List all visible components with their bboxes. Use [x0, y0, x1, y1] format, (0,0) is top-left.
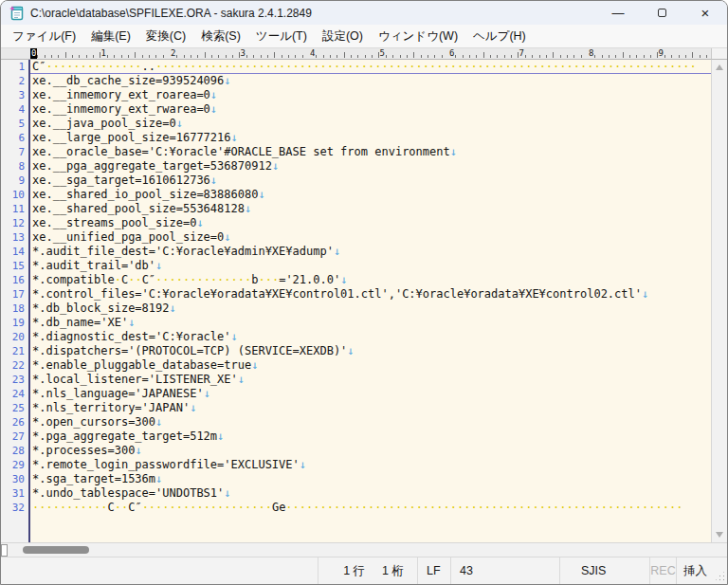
line-content: xe.__inmemory_ext_rwarea=0↓ — [28, 102, 217, 117]
line-content: *.pga_aggregate_target=512m↓ — [28, 430, 224, 444]
editor-line[interactable]: 7xe.__oracle_base='C:¥oracle'#ORACLE_BAS… — [1, 145, 711, 159]
status-message — [1, 558, 318, 584]
menu-item-6[interactable]: ウィンドウ(W) — [371, 26, 465, 47]
editor-line[interactable]: 29*.remote_login_passwordfile='EXCLUSIVE… — [1, 458, 711, 472]
line-content: *.remote_login_passwordfile='EXCLUSIVE'↓ — [28, 458, 306, 472]
line-content: *.diagnostic_dest='C:¥oracle'↓ — [28, 330, 238, 344]
editor-line[interactable]: 25*.nls_territory='JAPAN'↓ — [1, 401, 711, 415]
editor-line[interactable]: 31*.undo_tablespace='UNDOTBS1'↓ — [1, 486, 711, 501]
editor-line[interactable]: 13xe.__unified_pga_pool_size=0↓ — [1, 230, 711, 245]
close-button[interactable]: × — [683, 1, 727, 25]
line-content: xe.__large_pool_size=16777216↓ — [28, 131, 238, 145]
editor-line[interactable]: 23*.local_listener='LISTENER_XE'↓ — [1, 373, 711, 387]
editor-line[interactable]: 8xe.__pga_aggregate_target=536870912↓ — [1, 159, 711, 174]
editor-line[interactable]: 30*.sga_target=1536m↓ — [1, 472, 711, 486]
ruler-number: 8 — [588, 48, 594, 59]
horizontal-scrollbar[interactable] — [1, 542, 727, 557]
line-content: xe.__oracle_base='C:¥oracle'#ORACLE_BASE… — [28, 145, 457, 159]
window-title: C:\oracle\database\SPFILEXE.ORA - sakura… — [30, 7, 312, 20]
eol-mark-icon: ↓ — [128, 316, 135, 329]
scroll-up-icon[interactable] — [716, 64, 723, 70]
editor-line[interactable]: 14*.audit_file_dest='C:¥oracle¥admin¥XE¥… — [1, 245, 711, 259]
line-content: xe.__streams_pool_size=0↓ — [28, 216, 204, 230]
text-segment: xe.__unified_pga_pool_size=0 — [32, 230, 224, 244]
editor-line[interactable]: 32···········C··C″···················Ge·… — [1, 501, 711, 515]
split-handle[interactable] — [1, 544, 8, 557]
horizontal-scroll-thumb[interactable] — [23, 546, 89, 554]
ruler-number: 2 — [170, 48, 176, 59]
eol-mark-icon: ↓ — [210, 174, 217, 187]
editor-line[interactable]: 5xe.__java_pool_size=0↓ — [1, 117, 711, 131]
line-content: *.control_files='C:¥oracle¥oradata¥XE¥co… — [28, 287, 648, 302]
editor-line[interactable]: 21*.dispatchers='(PROTOCOL=TCP) (SERVICE… — [1, 344, 711, 358]
menu-item-1[interactable]: 編集(E) — [83, 26, 138, 47]
editor-line[interactable]: 27*.pga_aggregate_target=512m↓ — [1, 430, 711, 444]
editor-line[interactable]: 19*.db_name='XE'↓ — [1, 316, 711, 330]
menu-item-7[interactable]: ヘルプ(H) — [465, 26, 534, 47]
line-content: xe.__shared_io_pool_size=83886080↓ — [28, 188, 265, 202]
eol-mark-icon: ↓ — [190, 401, 196, 414]
text-segment: xe.__sga_target=1610612736 — [32, 174, 210, 187]
resize-grip[interactable] — [714, 558, 727, 584]
editor-main: 1C″··············..·····················… — [1, 60, 727, 542]
editor-line[interactable]: 18*.db_block_size=8192↓ — [1, 302, 711, 316]
menu-item-0[interactable]: ファイル(F) — [5, 26, 83, 47]
line-content: C″··············..······················… — [28, 60, 697, 74]
text-segment: xe.__shared_pool_size=553648128 — [32, 202, 245, 215]
eol-mark-icon: ↓ — [300, 458, 306, 471]
menu-item-2[interactable]: 変換(C) — [138, 26, 193, 47]
char-code: 43 — [450, 558, 559, 584]
editor-line[interactable]: 1C″··············..·····················… — [1, 60, 711, 74]
text-segment: xe.__inmemory_ext_roarea=0 — [32, 88, 210, 101]
line-content: xe.__unified_pga_pool_size=0↓ — [28, 230, 231, 245]
editor-line[interactable]: 6xe.__large_pool_size=16777216↓ — [1, 131, 711, 145]
line-number: 31 — [1, 486, 28, 501]
maximize-button[interactable] — [640, 1, 683, 25]
text-segment: *.db_name='XE' — [32, 316, 128, 329]
editor-line[interactable]: 9xe.__sga_target=1610612736↓ — [1, 174, 711, 188]
column-ruler: 0123456789 — [1, 48, 711, 60]
editor-line[interactable]: 16*.compatible·C··C″··············b···='… — [1, 273, 711, 287]
eol-type: LF — [417, 558, 450, 584]
editor-line[interactable]: 28*.processes=300↓ — [1, 444, 711, 458]
line-content: *.local_listener='LISTENER_XE'↓ — [28, 373, 245, 387]
text-segment: xe.__db_cache_size=939524096 — [32, 74, 224, 87]
menu-item-3[interactable]: 検索(S) — [193, 26, 248, 47]
text-editing-area[interactable]: 1C″··············..·····················… — [1, 60, 711, 542]
eol-mark-icon: ↓ — [210, 102, 217, 116]
minimize-button[interactable]: — — [596, 1, 640, 25]
editor-line[interactable]: 4xe.__inmemory_ext_rwarea=0↓ — [1, 102, 711, 117]
text-segment: xe.__java_pool_size=0 — [32, 117, 176, 130]
editor-line[interactable]: 24*.nls_language='JAPANESE'↓ — [1, 387, 711, 401]
text-segment: *.control_files='C:¥oracle¥oradata¥XE¥co… — [32, 287, 642, 301]
editor-line[interactable]: 20*.diagnostic_dest='C:¥oracle'↓ — [1, 330, 711, 344]
line-content: *.audit_trail='db'↓ — [28, 259, 162, 273]
line-content: *.processes=300↓ — [28, 444, 142, 458]
menu-item-4[interactable]: ツール(T) — [248, 26, 315, 47]
line-number: 28 — [1, 444, 28, 458]
editor-lines: 1C″··············..·····················… — [1, 60, 711, 515]
vertical-scrollbar[interactable] — [711, 60, 727, 542]
line-number: 17 — [1, 287, 28, 302]
editor-line[interactable]: 22*.enable_pluggable_database=true↓ — [1, 358, 711, 373]
whitespace-dots: ··········· — [32, 501, 107, 514]
editor-line[interactable]: 11xe.__shared_pool_size=553648128↓ — [1, 202, 711, 216]
eol-mark-icon: ↓ — [204, 387, 210, 400]
editor-line[interactable]: 3xe.__inmemory_ext_roarea=0↓ — [1, 88, 711, 102]
line-content: *.dispatchers='(PROTOCOL=TCP) (SERVICE=X… — [28, 344, 355, 358]
ruler-number: 9 — [658, 48, 664, 59]
editor-line[interactable]: 10xe.__shared_io_pool_size=83886080↓ — [1, 188, 711, 202]
insert-mode-indicator[interactable]: 挿入 — [676, 558, 714, 584]
scroll-down-icon[interactable] — [716, 532, 723, 538]
editor-line[interactable]: 12xe.__streams_pool_size=0↓ — [1, 216, 711, 230]
editor-line[interactable]: 2xe.__db_cache_size=939524096↓ — [1, 74, 711, 88]
line-number: 10 — [1, 188, 28, 202]
eol-mark-icon: ↓ — [155, 472, 162, 485]
eol-mark-icon: ↓ — [642, 287, 648, 301]
editor-line[interactable]: 15*.audit_trail='db'↓ — [1, 259, 711, 273]
menu-item-5[interactable]: 設定(O) — [315, 26, 371, 47]
text-segment: *.remote_login_passwordfile='EXCLUSIVE' — [32, 458, 300, 471]
editor-line[interactable]: 17*.control_files='C:¥oracle¥oradata¥XE¥… — [1, 287, 711, 302]
resize-grip-icon — [723, 579, 724, 580]
editor-line[interactable]: 26*.open_cursors=300↓ — [1, 415, 711, 430]
